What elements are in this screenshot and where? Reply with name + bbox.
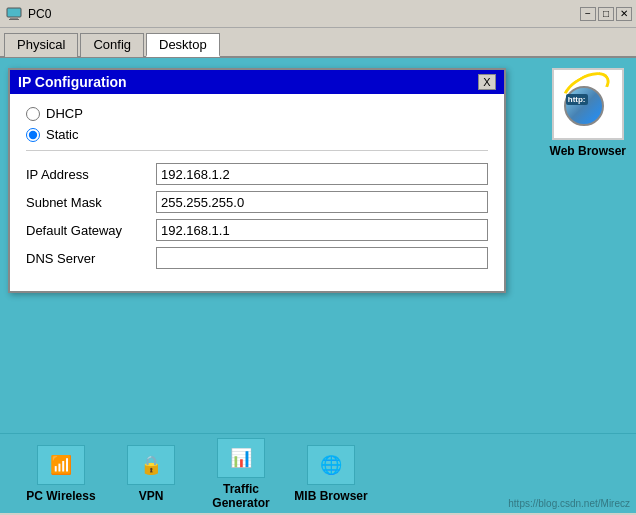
dialog-body: DHCP Static IP Address Subnet Mask Defau… <box>10 94 504 291</box>
tab-desktop[interactable]: Desktop <box>146 33 220 57</box>
watermark: https://blog.csdn.net/Mirecz <box>508 498 630 509</box>
ip-address-label: IP Address <box>26 167 156 182</box>
main-content: IP Configuration X DHCP Static IP Addres… <box>0 58 636 513</box>
ip-address-row: IP Address <box>26 163 488 185</box>
default-gateway-label: Default Gateway <box>26 223 156 238</box>
toolbar-pc-wireless[interactable]: 📶 PC Wireless <box>16 441 106 507</box>
mib-browser-icon: 🌐 <box>307 445 355 485</box>
dhcp-radio-item: DHCP <box>26 106 488 121</box>
web-browser-icon[interactable]: http: Web Browser <box>550 68 626 158</box>
subnet-mask-input[interactable] <box>156 191 488 213</box>
dhcp-label: DHCP <box>46 106 83 121</box>
title-bar: PC0 − □ ✕ <box>0 0 636 28</box>
static-radio-item: Static <box>26 127 488 142</box>
window-controls: − □ ✕ <box>580 7 632 21</box>
toolbar-mib-browser[interactable]: 🌐 MIB Browser <box>286 441 376 507</box>
default-gateway-input[interactable] <box>156 219 488 241</box>
form-divider <box>26 150 488 151</box>
subnet-mask-row: Subnet Mask <box>26 191 488 213</box>
pc-wireless-label: PC Wireless <box>26 489 95 503</box>
mib-browser-label: MIB Browser <box>294 489 367 503</box>
tab-config[interactable]: Config <box>80 33 144 57</box>
close-button[interactable]: ✕ <box>616 7 632 21</box>
dns-server-input[interactable] <box>156 247 488 269</box>
dns-server-row: DNS Server <box>26 247 488 269</box>
toolbar-traffic-generator[interactable]: 📊 TrafficGenerator <box>196 434 286 514</box>
pc-wireless-icon: 📶 <box>37 445 85 485</box>
minimize-button[interactable]: − <box>580 7 596 21</box>
ie-icon: http: <box>562 78 614 130</box>
tab-bar: Physical Config Desktop <box>0 28 636 58</box>
browser-icon-box: http: <box>552 68 624 140</box>
vpn-icon: 🔒 <box>127 445 175 485</box>
maximize-button[interactable]: □ <box>598 7 614 21</box>
dns-server-label: DNS Server <box>26 251 156 266</box>
traffic-generator-label: TrafficGenerator <box>212 482 269 510</box>
default-gateway-row: Default Gateway <box>26 219 488 241</box>
dialog-title: IP Configuration <box>18 74 127 90</box>
static-radio[interactable] <box>26 128 40 142</box>
svg-rect-0 <box>7 8 21 17</box>
dialog-title-bar: IP Configuration X <box>10 70 504 94</box>
window-title: PC0 <box>28 7 51 21</box>
subnet-mask-label: Subnet Mask <box>26 195 156 210</box>
ip-mode-radio-group: DHCP Static <box>26 106 488 142</box>
traffic-generator-icon: 📊 <box>217 438 265 478</box>
dhcp-radio[interactable] <box>26 107 40 121</box>
window-icon <box>6 6 22 22</box>
web-browser-label: Web Browser <box>550 144 626 158</box>
tab-physical[interactable]: Physical <box>4 33 78 57</box>
vpn-label: VPN <box>139 489 164 503</box>
ip-config-dialog: IP Configuration X DHCP Static IP Addres… <box>8 68 506 293</box>
static-label: Static <box>46 127 79 142</box>
http-label: http: <box>566 94 588 105</box>
svg-rect-2 <box>9 19 19 20</box>
dialog-close-button[interactable]: X <box>478 74 496 90</box>
toolbar-vpn[interactable]: 🔒 VPN <box>106 441 196 507</box>
ip-address-input[interactable] <box>156 163 488 185</box>
